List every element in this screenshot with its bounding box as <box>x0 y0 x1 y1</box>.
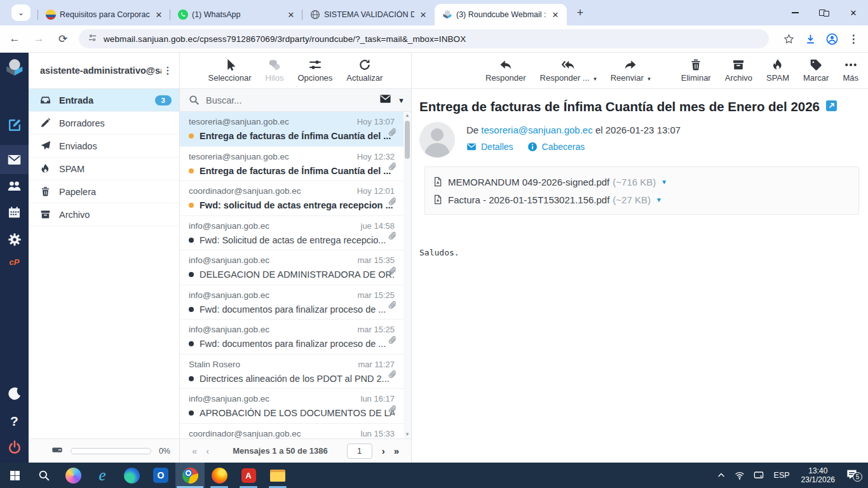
list-scrollbar[interactable]: ▲ ▼ <box>403 112 411 438</box>
attachment-row[interactable]: MEMORANDUM 049-2026-signed.pdf (~716 KB)… <box>433 173 851 191</box>
read-status-dot-icon[interactable] <box>189 272 194 277</box>
details-link[interactable]: Detalles <box>466 142 513 152</box>
message-row[interactable]: coordinador@sanjuan.gob.ec Hoy 12:01 Fwd… <box>180 181 411 216</box>
browser-menu-icon[interactable]: ⋮ <box>844 29 863 48</box>
next-page-button[interactable]: › <box>377 445 390 456</box>
message-row[interactable]: tesoreria@sanjuan.gob.ec Hoy 13:07 Entre… <box>180 112 411 147</box>
new-tab-button[interactable]: + <box>572 4 588 21</box>
window-minimize-button[interactable] <box>780 0 810 25</box>
folder-item-archivo[interactable]: Archivo <box>29 203 179 226</box>
display-cast-icon[interactable] <box>749 470 768 480</box>
message-row[interactable]: info@sanjuan.gob.ec mar 15:25 Fwd: docum… <box>180 320 411 355</box>
read-status-dot-icon[interactable] <box>189 376 194 381</box>
scroll-up-icon[interactable]: ▲ <box>403 112 411 119</box>
start-button[interactable] <box>0 463 29 488</box>
attachment-name[interactable]: MEMORANDUM 049-2026-signed.pdf <box>448 177 609 187</box>
search-options-chevron-icon[interactable]: ▼ <box>398 97 405 104</box>
help-button[interactable]: ? <box>0 414 29 429</box>
outlook-icon[interactable]: O <box>146 463 175 488</box>
attachment-row[interactable]: Factura - 2026-01-15T153021.156.pdf (~27… <box>433 191 851 208</box>
tab-close-button[interactable]: ✕ <box>154 10 164 20</box>
tab-whatsapp[interactable]: (1) WhatsApp ✕ <box>170 4 302 25</box>
search-scope-icon[interactable] <box>379 93 391 107</box>
tab-search-button[interactable]: ⌄ <box>11 4 31 21</box>
scroll-thumb[interactable] <box>405 121 410 159</box>
search-input[interactable] <box>206 95 379 105</box>
message-row[interactable]: tesoreria@sanjuan.gob.ec Hoy 12:32 Entre… <box>180 147 411 182</box>
mail-nav-button[interactable] <box>0 145 29 174</box>
downloads-icon[interactable] <box>801 29 820 48</box>
read-status-dot-icon[interactable] <box>189 307 194 312</box>
threads-button[interactable]: Hilos <box>262 57 288 84</box>
message-row[interactable]: info@sanjuan.gob.ec lun 16:17 APROBACIÓN… <box>180 389 411 424</box>
read-status-dot-icon[interactable] <box>189 341 194 346</box>
folder-item-borradores[interactable]: Borradores <box>29 112 179 135</box>
reply-all-button[interactable]: Responder ... ▾ <box>535 57 602 84</box>
read-status-dot-icon[interactable] <box>189 238 194 243</box>
edge-icon[interactable] <box>117 463 146 488</box>
read-status-dot-icon[interactable] <box>189 168 194 173</box>
sender-email-link[interactable]: tesoreria@sanjuan.gob.ec <box>481 125 592 135</box>
mark-button[interactable]: Marcar <box>798 57 834 84</box>
message-row[interactable]: info@sanjuan.gob.ec mar 15:25 Fwd: docum… <box>180 285 411 320</box>
last-page-button[interactable]: » <box>390 445 403 456</box>
open-in-new-window-icon[interactable] <box>826 100 837 114</box>
tab-requisitos[interactable]: Requisitos para Corporaciones ✕ <box>38 4 170 25</box>
cpanel-link[interactable]: cP <box>0 257 29 267</box>
tab-close-button[interactable]: ✕ <box>418 10 428 20</box>
internet-explorer-icon[interactable]: e <box>88 463 117 488</box>
spam-button[interactable]: SPAM <box>761 57 794 84</box>
chrome-icon[interactable] <box>175 463 205 488</box>
message-row[interactable]: info@sanjuan.gob.ec jue 14:58 Fwd: Solic… <box>180 216 411 251</box>
window-restore-button[interactable] <box>810 0 839 25</box>
tab-sistema-validacion[interactable]: SISTEMA VALIDACIÓN DE PERFI ✕ <box>302 4 435 25</box>
site-settings-icon[interactable] <box>88 33 97 45</box>
refresh-button[interactable]: Actualizar <box>342 57 386 84</box>
notification-center-button[interactable]: 5 <box>841 468 868 483</box>
bookmark-star-icon[interactable] <box>779 29 798 48</box>
dark-mode-toggle[interactable] <box>0 387 29 401</box>
contacts-nav-button[interactable] <box>0 179 29 193</box>
attachment-name[interactable]: Factura - 2026-01-15T153021.156.pdf <box>448 194 609 205</box>
select-button[interactable]: Seleccionar <box>205 57 255 84</box>
options-button[interactable]: Opciones <box>294 57 336 84</box>
message-row[interactable]: coordinador@sanjuan.gob.ec lun 15:33 <box>180 424 411 439</box>
reply-all-caret-icon[interactable]: ▾ <box>592 76 597 82</box>
settings-nav-button[interactable] <box>0 233 29 247</box>
window-close-button[interactable]: ✕ <box>839 0 868 25</box>
logout-button[interactable] <box>0 440 29 454</box>
folder-item-enviados[interactable]: Enviados <box>29 135 179 158</box>
address-bar[interactable]: webmail.sanjuan.gob.ec/cpsess7912867069/… <box>79 29 769 48</box>
reload-button[interactable]: ⟳ <box>53 29 72 48</box>
first-page-button[interactable]: « <box>187 445 201 456</box>
calendar-nav-button[interactable] <box>0 206 29 219</box>
read-status-dot-icon[interactable] <box>189 203 194 208</box>
folder-item-spam[interactable]: SPAM <box>29 158 179 180</box>
message-row[interactable]: info@sanjuan.gob.ec mar 15:35 DELEGACION… <box>180 250 411 285</box>
tab-roundcube-active[interactable]: (3) Roundcube Webmail :: Entra ✕ <box>435 4 567 25</box>
firefox-icon[interactable] <box>205 463 234 488</box>
language-indicator[interactable]: ESP <box>768 471 796 480</box>
read-status-dot-icon[interactable] <box>189 410 194 416</box>
forward-button[interactable]: → <box>29 29 48 48</box>
acrobat-icon[interactable]: A <box>234 463 263 488</box>
page-number-input[interactable] <box>347 444 372 459</box>
read-status-dot-icon[interactable] <box>189 133 194 139</box>
clock[interactable]: 13:40 23/1/2026 <box>796 466 841 484</box>
folder-item-entrada[interactable]: Entrada 3 <box>29 89 179 112</box>
wifi-icon[interactable] <box>730 470 749 480</box>
file-explorer-icon[interactable] <box>263 463 292 488</box>
back-button[interactable]: ← <box>5 29 24 48</box>
reply-button[interactable]: Responder <box>480 57 531 84</box>
copilot-icon[interactable] <box>58 463 88 488</box>
profile-icon[interactable] <box>822 29 841 48</box>
taskbar-search-button[interactable] <box>29 463 58 488</box>
scroll-down-icon[interactable]: ▼ <box>403 431 411 438</box>
message-row[interactable]: Stalin Rosero mar 11:27 Directrices alin… <box>180 355 411 390</box>
headers-link[interactable]: Cabeceras <box>527 142 585 152</box>
attachment-menu-caret-icon[interactable]: ▼ <box>661 179 667 186</box>
delete-button[interactable]: Eliminar <box>676 57 716 84</box>
archive-button[interactable]: Archivo <box>720 57 757 84</box>
forward-button[interactable]: Reenviar ▾ <box>606 57 656 84</box>
prev-page-button[interactable]: ‹ <box>201 445 214 456</box>
